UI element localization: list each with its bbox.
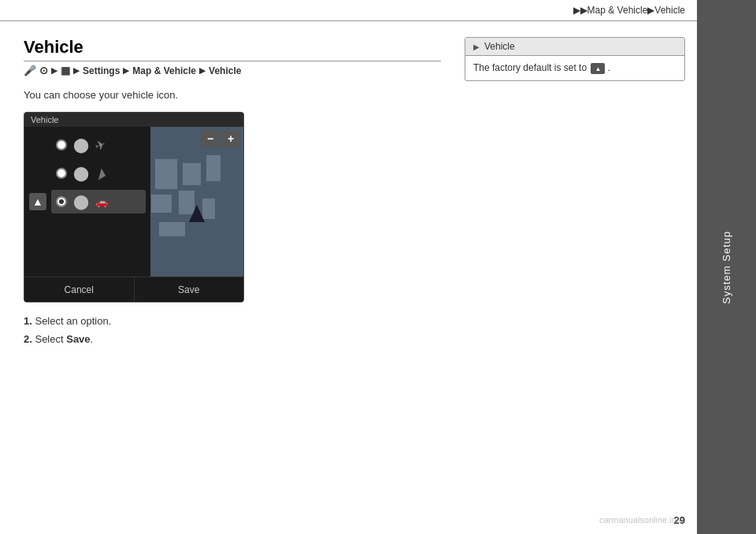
- vehicle-ui-mockup: Vehicle ▲ ⬤ ✈: [24, 112, 244, 302]
- info-box: ▶ Vehicle The factory default is set to …: [465, 37, 685, 81]
- building-2: [182, 162, 202, 186]
- step-1-num: 1.: [24, 315, 32, 327]
- main-content: Vehicle 🎤 ⊙ ▶ ▦ ▶ Settings ▶ Map & Vehic…: [0, 21, 756, 365]
- watermark: carmanualsonline.info: [599, 515, 684, 525]
- ui-title-bar: Vehicle: [24, 113, 243, 127]
- step-1: 1. Select an option.: [24, 312, 441, 330]
- vehicle-option-1[interactable]: ⬤ ✈: [51, 133, 146, 157]
- map-vehicle-arrow: [189, 205, 205, 222]
- zoom-plus-btn[interactable]: +: [221, 130, 240, 147]
- building-1: [154, 158, 178, 190]
- car-icon-2: ◢: [93, 165, 107, 180]
- cancel-btn[interactable]: Cancel: [24, 276, 135, 302]
- breadcrumb-arrow-3: ▶: [123, 66, 129, 75]
- menu-icon: ▦: [61, 65, 70, 76]
- left-column: Vehicle 🎤 ⊙ ▶ ▦ ▶ Settings ▶ Map & Vehic…: [24, 37, 441, 349]
- info-arrow-icon: ▶: [473, 43, 480, 51]
- building-7: [158, 221, 186, 237]
- breadcrumb-settings: Settings: [83, 65, 120, 76]
- vehicle-option-2[interactable]: ⬤ ◢: [51, 161, 146, 185]
- breadcrumb: 🎤 ⊙ ▶ ▦ ▶ Settings ▶ Map & Vehicle ▶ Veh…: [24, 65, 441, 76]
- step-1-text: Select an option.: [35, 315, 111, 327]
- mic-icon: 🎤: [24, 65, 36, 76]
- zoom-minus-btn[interactable]: −: [201, 130, 220, 147]
- info-box-body: The factory default is set to .: [465, 56, 684, 80]
- right-sidebar: System Setup: [697, 0, 756, 534]
- home-icon: ⊙: [39, 65, 48, 76]
- step-2-bold: Save: [66, 333, 90, 345]
- step-2-text: Select: [35, 333, 66, 345]
- car-icon-3: 🚗: [95, 196, 108, 208]
- ui-right-panel: − +: [150, 127, 243, 276]
- step-2-num: 2.: [24, 333, 32, 345]
- info-body-after: .: [608, 62, 610, 73]
- ui-up-arrow[interactable]: ▲: [29, 193, 46, 210]
- ui-bottom-bar: Cancel Save: [24, 276, 243, 302]
- car-icon-1: ✈: [93, 136, 108, 154]
- steps: 1. Select an option. 2. Select Save.: [24, 312, 441, 349]
- info-body-text: The factory default is set to: [473, 62, 587, 73]
- info-box-header: ▶ Vehicle: [465, 38, 684, 56]
- radio-3[interactable]: [56, 196, 67, 207]
- zoom-controls: − +: [150, 127, 243, 150]
- info-box-title: Vehicle: [484, 41, 515, 52]
- default-vehicle-icon: [591, 63, 605, 74]
- breadcrumb-vehicle: Vehicle: [209, 65, 241, 76]
- building-3: [206, 154, 221, 182]
- breadcrumb-arrow-2: ▶: [73, 66, 80, 75]
- step-2-after: .: [91, 333, 94, 345]
- ui-map-area: [150, 150, 243, 276]
- ui-body: ▲ ⬤ ✈ ⬤ ◢: [24, 127, 243, 276]
- ui-left-panel: ▲ ⬤ ✈ ⬤ ◢: [24, 127, 150, 276]
- vehicle-icon-2: ⬤: [73, 165, 89, 182]
- radio-2[interactable]: [56, 168, 67, 179]
- sidebar-label: System Setup: [721, 231, 732, 304]
- save-btn[interactable]: Save: [135, 276, 244, 302]
- vehicle-icon-1: ⬤: [73, 136, 89, 154]
- vehicle-option-3[interactable]: ⬤ 🚗: [51, 190, 146, 213]
- radio-1[interactable]: [56, 139, 67, 150]
- top-bar: ▶▶Map & Vehicle▶Vehicle: [0, 0, 756, 21]
- breadcrumb-arrow-4: ▶: [199, 66, 206, 75]
- building-4: [150, 194, 172, 213]
- breadcrumb-header: ▶▶Map & Vehicle▶Vehicle: [573, 5, 685, 16]
- right-column: ▶ Vehicle The factory default is set to …: [465, 37, 685, 349]
- vehicle-icon-3: ⬤: [73, 193, 89, 210]
- page-title: Vehicle: [24, 37, 441, 61]
- step-2: 2. Select Save.: [24, 330, 441, 348]
- breadcrumb-arrow-1: ▶: [51, 66, 57, 75]
- description-text: You can choose your vehicle icon.: [24, 89, 441, 101]
- breadcrumb-map-vehicle: Map & Vehicle: [132, 65, 196, 76]
